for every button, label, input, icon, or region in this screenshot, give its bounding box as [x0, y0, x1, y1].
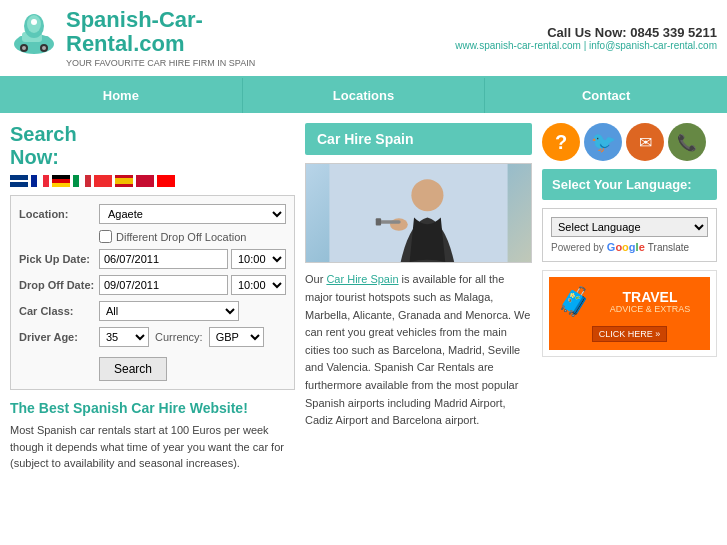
flag-denmark[interactable] — [136, 175, 154, 187]
click-here-button[interactable]: CLICK HERE » — [592, 326, 668, 342]
email-icon[interactable]: ✉ — [626, 123, 664, 161]
svg-point-6 — [42, 46, 46, 50]
logo-line2: Rental.com — [66, 31, 185, 56]
car-hire-link[interactable]: Car Hire Spain — [326, 273, 398, 285]
nav-locations[interactable]: Locations — [243, 78, 486, 113]
left-column: Search Now: Location: Agaete — [10, 123, 295, 472]
svg-point-4 — [22, 46, 26, 50]
social-icons: ? 🐦 ✉ 📞 — [542, 123, 717, 161]
website-link[interactable]: www.spanish-car-rental.com — [455, 40, 581, 51]
driver-age-label: Driver Age: — [19, 331, 99, 343]
svg-rect-14 — [376, 219, 381, 226]
dropoff-date-input[interactable] — [99, 275, 228, 295]
travel-title: TRAVEL — [598, 290, 702, 304]
powered-by-label: Powered by — [551, 242, 604, 253]
best-title: The Best Spanish Car Hire Website! — [10, 400, 295, 416]
car-class-row: Car Class: All — [19, 301, 286, 321]
description-text: Most Spanish car rentals start at 100 Eu… — [10, 422, 295, 472]
flag-germany[interactable] — [52, 175, 70, 187]
currency-select[interactable]: GBP — [209, 327, 264, 347]
different-dropoff-row: Different Drop Off Location — [19, 230, 286, 243]
mid-text-after: is available for all the major tourist h… — [305, 273, 530, 426]
search-button[interactable]: Search — [99, 357, 167, 381]
right-column: ? 🐦 ✉ 📞 Select Your Language: Select Lan… — [542, 123, 717, 472]
svg-point-9 — [31, 19, 37, 25]
pickup-date-time: 10:00 — [99, 249, 286, 269]
search-title: Search Now: — [10, 123, 295, 169]
nav-bar: Home Locations Contact — [0, 78, 727, 113]
flag-italy[interactable] — [73, 175, 91, 187]
pickup-date-input[interactable] — [99, 249, 228, 269]
car-hire-image — [305, 163, 532, 263]
search-btn-row: Search — [19, 353, 286, 381]
flag-france[interactable] — [31, 175, 49, 187]
age-currency-controls: 35 Currency: GBP — [99, 327, 286, 347]
language-flags — [10, 175, 295, 187]
search-form: Location: Agaete Different Drop Off Loca… — [10, 195, 295, 390]
help-icon[interactable]: ? — [542, 123, 580, 161]
flag-finland[interactable] — [10, 175, 28, 187]
flag-spain[interactable] — [115, 175, 133, 187]
location-label: Location: — [19, 208, 99, 220]
select-language-header: Select Your Language: — [542, 169, 717, 200]
main-content: Search Now: Location: Agaete — [0, 113, 727, 482]
logo-title: Spanish-Car- Rental.com — [66, 8, 255, 56]
nav-contact[interactable]: Contact — [485, 78, 727, 113]
dropoff-label: Drop Off Date: — [19, 279, 99, 291]
email-link[interactable]: info@spanish-car-rental.com — [589, 40, 717, 51]
middle-column: Car Hire Spain Our Car Hire Spain is ava… — [305, 123, 532, 472]
phone-icon[interactable]: 📞 — [668, 123, 706, 161]
translate-area: Select Language English Spanish French G… — [542, 208, 717, 262]
flag-norway[interactable] — [94, 175, 112, 187]
location-select[interactable]: Agaete — [99, 204, 286, 224]
driver-age-select[interactable]: 35 — [99, 327, 149, 347]
different-dropoff-checkbox[interactable] — [99, 230, 112, 243]
location-row: Location: Agaete — [19, 204, 286, 224]
logo-line1: Spanish-Car- — [66, 7, 203, 32]
powered-by: Powered by Google Translate — [551, 241, 708, 253]
twitter-icon[interactable]: 🐦 — [584, 123, 622, 161]
car-class-label: Car Class: — [19, 305, 99, 317]
travel-text-area: TRAVEL ADVICE & EXTRAS — [598, 290, 702, 314]
logo-subtitle: YOUR FAVOURITE CAR HIRE FIRM IN SPAIN — [66, 58, 255, 68]
travel-content: 🧳 TRAVEL ADVICE & EXTRAS — [557, 285, 702, 318]
language-select[interactable]: Select Language English Spanish French G… — [551, 217, 708, 237]
contact-area: Call Us Now: 0845 339 5211 www.spanish-c… — [455, 25, 717, 51]
different-dropoff-label: Different Drop Off Location — [116, 231, 246, 243]
pickup-row: Pick Up Date: 10:00 — [19, 249, 286, 269]
nav-home[interactable]: Home — [0, 78, 243, 113]
currency-label: Currency: — [155, 331, 203, 343]
mid-text-before: Our — [305, 273, 326, 285]
svg-rect-13 — [378, 221, 400, 225]
logo-area: Spanish-Car- Rental.com YOUR FAVOURITE C… — [10, 8, 455, 68]
flag-switzerland[interactable] — [157, 175, 175, 187]
car-hire-description: Our Car Hire Spain is available for all … — [305, 271, 532, 429]
travel-box: 🧳 TRAVEL ADVICE & EXTRAS CLICK HERE » — [542, 270, 717, 357]
age-currency-row: Driver Age: 35 Currency: GBP — [19, 327, 286, 347]
car-class-select[interactable]: All — [99, 301, 239, 321]
dropoff-date-time: 10:00 — [99, 275, 286, 295]
header: Spanish-Car- Rental.com YOUR FAVOURITE C… — [0, 0, 727, 78]
travel-inner: 🧳 TRAVEL ADVICE & EXTRAS CLICK HERE » — [549, 277, 710, 350]
dropoff-row: Drop Off Date: 10:00 — [19, 275, 286, 295]
logo-icon — [10, 14, 58, 62]
google-translate-label: Google Translate — [607, 241, 689, 253]
pickup-time-select[interactable]: 10:00 — [231, 249, 286, 269]
logo-text: Spanish-Car- Rental.com YOUR FAVOURITE C… — [66, 8, 255, 68]
svg-point-11 — [411, 180, 443, 212]
website-url: www.spanish-car-rental.com | info@spanis… — [455, 40, 717, 51]
suitcase-icon: 🧳 — [557, 285, 592, 318]
travel-subtitle: ADVICE & EXTRAS — [598, 304, 702, 314]
car-hire-header: Car Hire Spain — [305, 123, 532, 155]
dropoff-time-select[interactable]: 10:00 — [231, 275, 286, 295]
phone-number: Call Us Now: 0845 339 5211 — [455, 25, 717, 40]
pickup-label: Pick Up Date: — [19, 253, 99, 265]
